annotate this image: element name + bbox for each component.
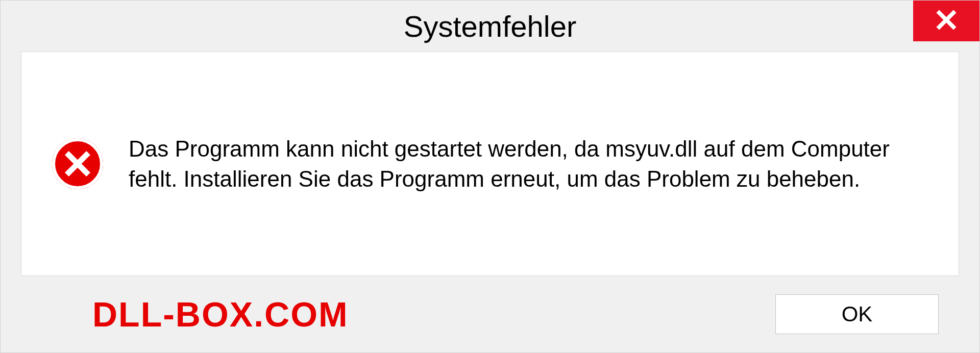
ok-button[interactable]: OK	[775, 294, 939, 334]
error-dialog: Systemfehler Das Programm kann nicht ges…	[0, 0, 980, 353]
error-message: Das Programm kann nicht gestartet werden…	[129, 134, 928, 194]
error-icon	[52, 138, 103, 189]
watermark-text: DLL-BOX.COM	[92, 294, 349, 334]
content-area: Das Programm kann nicht gestartet werden…	[21, 52, 959, 276]
close-button[interactable]	[913, 1, 979, 41]
footer: DLL-BOX.COM OK	[1, 276, 979, 352]
titlebar: Systemfehler	[1, 1, 979, 52]
close-icon	[936, 9, 957, 33]
ok-button-label: OK	[842, 302, 873, 326]
dialog-title: Systemfehler	[404, 9, 576, 43]
